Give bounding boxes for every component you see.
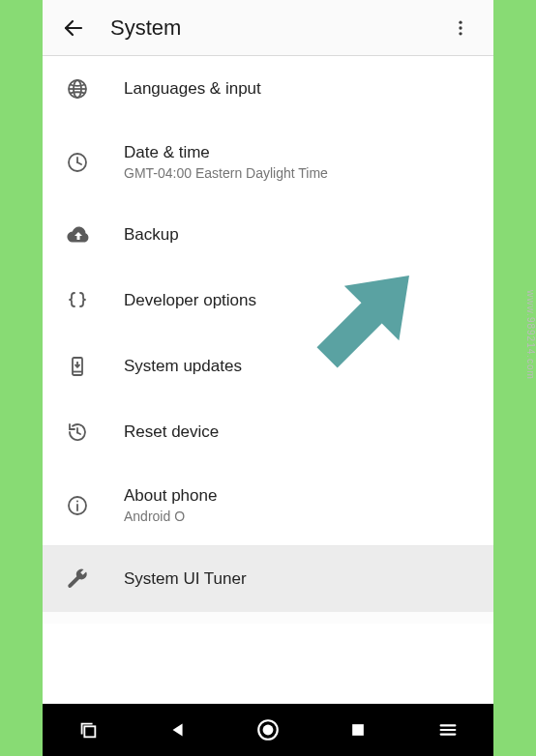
text-slot: Reset device: [124, 422, 478, 442]
phone-screen: System Languages & input: [43, 0, 493, 756]
icon-slot: [58, 421, 124, 444]
row-label: Date & time: [124, 143, 478, 162]
phone-download-icon: [66, 355, 89, 378]
more-vert-icon: [451, 18, 470, 38]
row-label: System updates: [124, 357, 478, 376]
text-slot: About phone Android O: [124, 486, 478, 524]
row-backup[interactable]: Backup: [43, 202, 493, 268]
row-label: Languages & input: [124, 79, 478, 99]
row-label: Reset device: [124, 422, 478, 442]
nav-recents-button[interactable]: [334, 706, 382, 754]
globe-icon: [66, 77, 89, 101]
nav-menu-button[interactable]: [424, 706, 472, 754]
icon-slot: [58, 77, 124, 101]
row-developer-options[interactable]: Developer options: [43, 268, 493, 334]
page-title: System: [93, 15, 443, 41]
arrow-back-icon: [62, 16, 85, 40]
row-label: System UI Tuner: [124, 569, 478, 589]
circle-home-icon: [255, 717, 281, 742]
row-label: Backup: [124, 225, 478, 245]
text-slot: Languages & input: [124, 79, 478, 99]
icon-slot: [58, 355, 124, 378]
restore-icon: [66, 421, 89, 444]
svg-rect-19: [84, 726, 95, 737]
svg-point-1: [459, 20, 462, 23]
text-slot: Date & time GMT-04:00 Eastern Daylight T…: [124, 143, 478, 181]
row-languages-input[interactable]: Languages & input: [43, 56, 493, 122]
svg-point-21: [263, 725, 274, 736]
clock-icon: [66, 151, 89, 174]
navigation-bar: [43, 704, 493, 756]
row-label: About phone: [124, 486, 478, 506]
icon-slot: [58, 567, 124, 591]
tabs-icon: [77, 719, 99, 741]
row-date-time[interactable]: Date & time GMT-04:00 Eastern Daylight T…: [43, 122, 493, 202]
row-subtitle: Android O: [124, 509, 478, 524]
row-system-updates[interactable]: System updates: [43, 334, 493, 399]
svg-point-17: [76, 500, 78, 502]
row-label: Developer options: [124, 291, 478, 310]
settings-list: Languages & input Date & time GMT-04:00 …: [43, 56, 493, 704]
svg-point-3: [459, 32, 462, 35]
more-button[interactable]: [443, 18, 478, 38]
row-about-phone[interactable]: About phone Android O: [43, 465, 493, 545]
hamburger-icon: [437, 719, 459, 741]
wrench-icon: [66, 567, 89, 591]
text-slot: System updates: [124, 357, 478, 376]
text-slot: Developer options: [124, 291, 478, 310]
text-slot: System UI Tuner: [124, 569, 478, 589]
text-slot: Backup: [124, 225, 478, 245]
braces-icon: [66, 289, 89, 312]
triangle-back-icon: [167, 719, 189, 741]
row-subtitle: GMT-04:00 Eastern Daylight Time: [124, 165, 478, 181]
nav-back-button[interactable]: [154, 706, 202, 754]
svg-line-9: [77, 162, 81, 164]
row-system-ui-tuner[interactable]: System UI Tuner: [43, 546, 493, 612]
row-reset-device[interactable]: Reset device: [43, 399, 493, 465]
watermark-text: www.989214.com: [525, 290, 536, 380]
svg-rect-22: [352, 724, 364, 736]
nav-tabs-button[interactable]: [64, 706, 112, 754]
icon-slot: [58, 223, 124, 247]
square-recents-icon: [348, 720, 368, 740]
bottom-gap: [43, 612, 493, 624]
cloud-upload-icon: [66, 223, 91, 247]
icon-slot: [58, 289, 124, 312]
back-button[interactable]: [54, 16, 93, 40]
nav-home-button[interactable]: [244, 706, 292, 754]
info-icon: [66, 494, 89, 517]
icon-slot: [58, 151, 124, 174]
icon-slot: [58, 494, 124, 517]
svg-line-14: [77, 433, 80, 435]
app-bar: System: [43, 0, 493, 56]
svg-point-2: [459, 26, 462, 29]
